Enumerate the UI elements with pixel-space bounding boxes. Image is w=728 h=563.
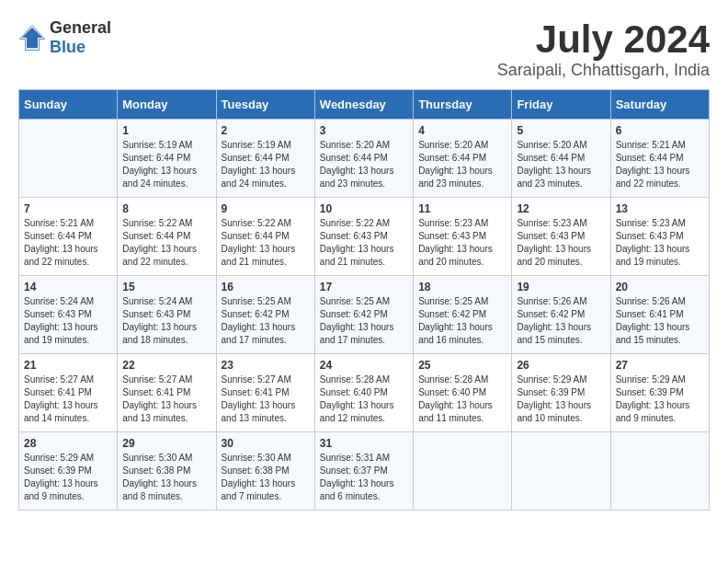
calendar-cell: 23Sunrise: 5:27 AM Sunset: 6:41 PM Dayli… (216, 354, 314, 432)
day-number: 20 (616, 281, 704, 293)
day-number: 30 (222, 437, 310, 450)
day-number: 10 (320, 202, 408, 215)
day-info: Sunrise: 5:30 AM Sunset: 6:38 PM Dayligh… (222, 452, 310, 503)
calendar-cell: 12Sunrise: 5:23 AM Sunset: 6:43 PM Dayli… (512, 198, 610, 276)
column-header-friday: Friday (512, 90, 610, 120)
calendar-cell (512, 432, 610, 511)
calendar-cell: 30Sunrise: 5:30 AM Sunset: 6:38 PM Dayli… (216, 432, 314, 511)
day-info: Sunrise: 5:28 AM Sunset: 6:40 PM Dayligh… (418, 373, 506, 425)
day-info: Sunrise: 5:25 AM Sunset: 6:42 PM Dayligh… (320, 295, 408, 347)
day-info: Sunrise: 5:22 AM Sunset: 6:43 PM Dayligh… (320, 217, 408, 269)
page-header: General Blue July 2024 Saraipali, Chhatt… (18, 18, 710, 80)
day-info: Sunrise: 5:20 AM Sunset: 6:44 PM Dayligh… (517, 139, 605, 190)
calendar-cell: 9Sunrise: 5:22 AM Sunset: 6:44 PM Daylig… (216, 198, 314, 276)
day-info: Sunrise: 5:22 AM Sunset: 6:44 PM Dayligh… (122, 217, 210, 269)
calendar-cell: 21Sunrise: 5:27 AM Sunset: 6:41 PM Dayli… (19, 354, 118, 432)
day-number: 24 (320, 359, 408, 372)
calendar-body: 1Sunrise: 5:19 AM Sunset: 6:44 PM Daylig… (19, 120, 710, 511)
logo-general: General (50, 18, 111, 37)
day-number: 4 (418, 124, 506, 137)
day-number: 1 (122, 124, 210, 137)
calendar-cell: 10Sunrise: 5:22 AM Sunset: 6:43 PM Dayli… (314, 198, 413, 276)
day-number: 3 (320, 124, 408, 137)
day-number: 5 (517, 124, 605, 137)
day-info: Sunrise: 5:28 AM Sunset: 6:40 PM Dayligh… (320, 373, 408, 425)
calendar-cell: 28Sunrise: 5:29 AM Sunset: 6:39 PM Dayli… (19, 432, 118, 511)
calendar-cell: 11Sunrise: 5:23 AM Sunset: 6:43 PM Dayli… (414, 198, 512, 276)
calendar-cell: 22Sunrise: 5:27 AM Sunset: 6:41 PM Dayli… (118, 354, 216, 432)
calendar-cell: 1Sunrise: 5:19 AM Sunset: 6:44 PM Daylig… (118, 120, 216, 198)
calendar-cell: 3Sunrise: 5:20 AM Sunset: 6:44 PM Daylig… (314, 120, 413, 198)
day-info: Sunrise: 5:21 AM Sunset: 6:44 PM Dayligh… (24, 217, 112, 269)
calendar-cell: 18Sunrise: 5:25 AM Sunset: 6:42 PM Dayli… (414, 276, 512, 354)
day-info: Sunrise: 5:22 AM Sunset: 6:44 PM Dayligh… (222, 217, 310, 269)
day-info: Sunrise: 5:27 AM Sunset: 6:41 PM Dayligh… (122, 373, 210, 425)
calendar-cell: 25Sunrise: 5:28 AM Sunset: 6:40 PM Dayli… (414, 354, 512, 432)
day-info: Sunrise: 5:29 AM Sunset: 6:39 PM Dayligh… (616, 373, 704, 425)
calendar-cell: 14Sunrise: 5:24 AM Sunset: 6:43 PM Dayli… (19, 276, 118, 354)
day-number: 21 (24, 359, 112, 372)
day-info: Sunrise: 5:20 AM Sunset: 6:44 PM Dayligh… (418, 139, 506, 190)
calendar-cell: 4Sunrise: 5:20 AM Sunset: 6:44 PM Daylig… (414, 120, 512, 198)
day-info: Sunrise: 5:26 AM Sunset: 6:42 PM Dayligh… (517, 295, 605, 347)
calendar-table: SundayMondayTuesdayWednesdayThursdayFrid… (18, 89, 710, 511)
day-number: 13 (616, 202, 704, 215)
day-number: 12 (517, 202, 605, 215)
day-number: 23 (222, 359, 310, 372)
calendar-week-row: 14Sunrise: 5:24 AM Sunset: 6:43 PM Dayli… (19, 276, 710, 354)
calendar-cell: 15Sunrise: 5:24 AM Sunset: 6:43 PM Dayli… (118, 276, 216, 354)
calendar-cell: 5Sunrise: 5:20 AM Sunset: 6:44 PM Daylig… (512, 120, 610, 198)
day-number: 11 (418, 202, 506, 215)
day-info: Sunrise: 5:26 AM Sunset: 6:41 PM Dayligh… (616, 295, 704, 347)
column-header-wednesday: Wednesday (314, 90, 413, 120)
day-info: Sunrise: 5:24 AM Sunset: 6:43 PM Dayligh… (24, 295, 112, 347)
calendar-cell (610, 432, 709, 511)
day-info: Sunrise: 5:23 AM Sunset: 6:43 PM Dayligh… (616, 217, 704, 269)
calendar-cell: 7Sunrise: 5:21 AM Sunset: 6:44 PM Daylig… (19, 198, 118, 276)
day-info: Sunrise: 5:29 AM Sunset: 6:39 PM Dayligh… (24, 452, 112, 503)
calendar-cell: 26Sunrise: 5:29 AM Sunset: 6:39 PM Dayli… (512, 354, 610, 432)
calendar-cell: 8Sunrise: 5:22 AM Sunset: 6:44 PM Daylig… (118, 198, 216, 276)
logo-icon (18, 24, 46, 52)
calendar-cell: 13Sunrise: 5:23 AM Sunset: 6:43 PM Dayli… (610, 198, 709, 276)
month-year-title: July 2024 (497, 18, 710, 61)
day-info: Sunrise: 5:30 AM Sunset: 6:38 PM Dayligh… (122, 452, 210, 503)
calendar-week-row: 7Sunrise: 5:21 AM Sunset: 6:44 PM Daylig… (19, 198, 710, 276)
day-info: Sunrise: 5:27 AM Sunset: 6:41 PM Dayligh… (222, 373, 310, 425)
day-info: Sunrise: 5:19 AM Sunset: 6:44 PM Dayligh… (122, 139, 210, 190)
day-info: Sunrise: 5:24 AM Sunset: 6:43 PM Dayligh… (122, 295, 210, 347)
calendar-cell: 27Sunrise: 5:29 AM Sunset: 6:39 PM Dayli… (610, 354, 709, 432)
calendar-cell: 6Sunrise: 5:21 AM Sunset: 6:44 PM Daylig… (610, 120, 709, 198)
day-number: 17 (320, 281, 408, 293)
calendar-cell (19, 120, 118, 198)
day-number: 6 (616, 124, 704, 137)
day-info: Sunrise: 5:19 AM Sunset: 6:44 PM Dayligh… (222, 139, 310, 190)
day-number: 14 (24, 281, 112, 293)
day-info: Sunrise: 5:20 AM Sunset: 6:44 PM Dayligh… (320, 139, 408, 190)
day-number: 8 (122, 202, 210, 215)
calendar-week-row: 21Sunrise: 5:27 AM Sunset: 6:41 PM Dayli… (19, 354, 710, 432)
day-info: Sunrise: 5:25 AM Sunset: 6:42 PM Dayligh… (418, 295, 506, 347)
day-number: 2 (222, 124, 310, 137)
day-number: 26 (517, 359, 605, 372)
calendar-cell: 16Sunrise: 5:25 AM Sunset: 6:42 PM Dayli… (216, 276, 314, 354)
calendar-cell: 17Sunrise: 5:25 AM Sunset: 6:42 PM Dayli… (314, 276, 413, 354)
day-info: Sunrise: 5:23 AM Sunset: 6:43 PM Dayligh… (517, 217, 605, 269)
day-info: Sunrise: 5:29 AM Sunset: 6:39 PM Dayligh… (517, 373, 605, 425)
day-number: 31 (320, 437, 408, 450)
location-subtitle: Saraipali, Chhattisgarh, India (497, 61, 710, 80)
title-block: July 2024 Saraipali, Chhattisgarh, India (497, 18, 710, 80)
day-info: Sunrise: 5:27 AM Sunset: 6:41 PM Dayligh… (24, 373, 112, 425)
day-info: Sunrise: 5:21 AM Sunset: 6:44 PM Dayligh… (616, 139, 704, 190)
column-header-sunday: Sunday (19, 90, 118, 120)
day-number: 27 (616, 359, 704, 372)
calendar-header-row: SundayMondayTuesdayWednesdayThursdayFrid… (19, 90, 710, 120)
column-header-thursday: Thursday (414, 90, 512, 120)
calendar-cell: 2Sunrise: 5:19 AM Sunset: 6:44 PM Daylig… (216, 120, 314, 198)
calendar-cell: 31Sunrise: 5:31 AM Sunset: 6:37 PM Dayli… (314, 432, 413, 511)
day-info: Sunrise: 5:23 AM Sunset: 6:43 PM Dayligh… (418, 217, 506, 269)
calendar-week-row: 1Sunrise: 5:19 AM Sunset: 6:44 PM Daylig… (19, 120, 710, 198)
day-number: 7 (24, 202, 112, 215)
calendar-cell: 19Sunrise: 5:26 AM Sunset: 6:42 PM Dayli… (512, 276, 610, 354)
calendar-cell: 20Sunrise: 5:26 AM Sunset: 6:41 PM Dayli… (610, 276, 709, 354)
